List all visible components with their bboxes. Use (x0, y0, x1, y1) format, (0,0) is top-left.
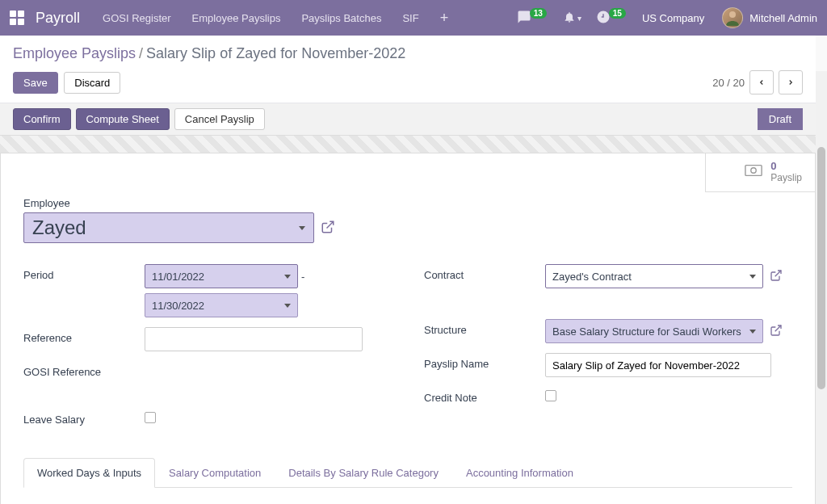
external-link-icon (321, 220, 335, 234)
edit-indicator-strip (0, 136, 816, 153)
status-draft[interactable]: Draft (758, 108, 803, 130)
chevron-down-icon (284, 304, 291, 308)
bell-icon (563, 10, 576, 26)
avatar (722, 7, 743, 28)
reference-field[interactable] (145, 327, 363, 351)
tab-bar: Worked Days & Inputs Salary Computation … (23, 458, 792, 488)
nav-employee-payslips[interactable]: Employee Payslips (192, 12, 281, 24)
structure-label: Structure (424, 319, 545, 336)
chevron-down-icon: ▾ (577, 14, 581, 23)
cancel-payslip-button[interactable]: Cancel Payslip (174, 108, 265, 130)
period-from-field[interactable]: 11/01/2022 (145, 264, 298, 288)
stat-label: Payslip (770, 172, 802, 183)
payslip-name-field[interactable] (545, 353, 771, 377)
nav-messages[interactable]: 13 (517, 10, 548, 27)
apps-icon[interactable] (10, 10, 24, 25)
breadcrumb-parent[interactable]: Employee Payslips (13, 45, 136, 62)
period-from-value: 11/01/2022 (152, 271, 204, 283)
period-to-value: 11/30/2022 (152, 300, 204, 312)
page-header: Employee Payslips / Salary Slip of Zayed… (0, 36, 816, 103)
contract-field[interactable]: Zayed's Contract (545, 264, 763, 288)
scrollbar[interactable] (816, 71, 827, 504)
pager-text: 20 / 20 (712, 77, 745, 89)
chevron-left-icon (758, 78, 766, 86)
svg-rect-1 (745, 166, 762, 176)
chevron-right-icon (787, 78, 795, 86)
app-brand[interactable]: Payroll (36, 10, 80, 27)
payslip-name-label: Payslip Name (424, 353, 545, 370)
clock-icon (596, 10, 611, 27)
reference-label: Reference (23, 327, 145, 344)
nav-payslips-batches[interactable]: Payslips Batches (301, 12, 381, 24)
gosi-reference-label: GOSI Reference (23, 361, 145, 378)
worked-days-heading: Worked Days (1, 488, 815, 504)
employee-label: Employee (23, 197, 792, 209)
period-dash: - (301, 271, 304, 283)
external-link-icon (770, 269, 783, 282)
tab-salary-computation[interactable]: Salary Computation (155, 458, 275, 488)
leave-salary-checkbox[interactable] (145, 412, 156, 423)
credit-note-label: Credit Note (424, 387, 545, 404)
svg-point-2 (751, 168, 756, 173)
chevron-down-icon (749, 330, 756, 334)
credit-note-checkbox[interactable] (545, 390, 556, 401)
pager-next[interactable] (779, 70, 803, 94)
money-icon (745, 164, 762, 179)
scrollbar-thumb[interactable] (817, 147, 825, 389)
tab-details-by-category[interactable]: Details By Salary Rule Category (275, 458, 452, 488)
discard-button[interactable]: Discard (64, 72, 120, 94)
external-link-icon (770, 324, 783, 337)
chevron-down-icon (299, 226, 305, 230)
stat-count: 0 (770, 160, 802, 172)
top-nav: Payroll GOSI Register Employee Payslips … (0, 0, 827, 36)
nav-plus-icon[interactable]: + (440, 10, 449, 27)
nav-notifications[interactable]: ▾ (563, 10, 581, 26)
status-bar: Confirm Compute Sheet Cancel Payslip Dra… (0, 103, 816, 136)
structure-external-link[interactable] (770, 324, 783, 339)
company-switcher[interactable]: US Company (642, 12, 704, 24)
chevron-down-icon (749, 275, 756, 279)
leave-salary-label: Leave Salary (23, 409, 145, 426)
save-button[interactable]: Save (13, 72, 58, 94)
contract-external-link[interactable] (770, 269, 783, 284)
nav-gosi-register[interactable]: GOSI Register (103, 12, 171, 24)
tab-worked-days[interactable]: Worked Days & Inputs (23, 458, 155, 488)
stat-payslip-button[interactable]: 0 Payslip (705, 153, 815, 192)
confirm-button[interactable]: Confirm (13, 108, 71, 130)
structure-value: Base Salary Structure for Saudi Workers (552, 326, 741, 338)
nav-activities[interactable]: 15 (596, 10, 628, 27)
compute-sheet-button[interactable]: Compute Sheet (76, 108, 170, 130)
period-to-field[interactable]: 11/30/2022 (145, 293, 298, 317)
breadcrumb: Employee Payslips / Salary Slip of Zayed… (13, 45, 803, 62)
employee-external-link[interactable] (321, 220, 335, 237)
breadcrumb-current: Salary Slip of Zayed for November-2022 (146, 45, 405, 62)
contract-value: Zayed's Contract (552, 271, 632, 283)
breadcrumb-separator: / (139, 45, 143, 62)
chevron-down-icon (284, 275, 291, 279)
employee-field[interactable]: Zayed (23, 212, 314, 243)
activities-badge: 15 (609, 8, 626, 19)
tab-accounting-information[interactable]: Accounting Information (452, 458, 587, 488)
employee-value: Zayed (32, 216, 86, 239)
form-sheet: 0 Payslip Employee Zayed Period (0, 153, 816, 504)
user-menu[interactable]: Mitchell Admin (722, 7, 817, 28)
contract-label: Contract (424, 264, 545, 281)
chat-icon (517, 10, 531, 27)
svg-point-0 (729, 11, 736, 18)
pager: 20 / 20 (712, 70, 803, 94)
structure-field[interactable]: Base Salary Structure for Saudi Workers (545, 319, 763, 343)
period-label: Period (23, 264, 145, 281)
messages-badge: 13 (530, 8, 547, 19)
pager-prev[interactable] (749, 70, 774, 94)
nav-sif[interactable]: SIF (402, 12, 418, 24)
user-name: Mitchell Admin (749, 12, 817, 24)
